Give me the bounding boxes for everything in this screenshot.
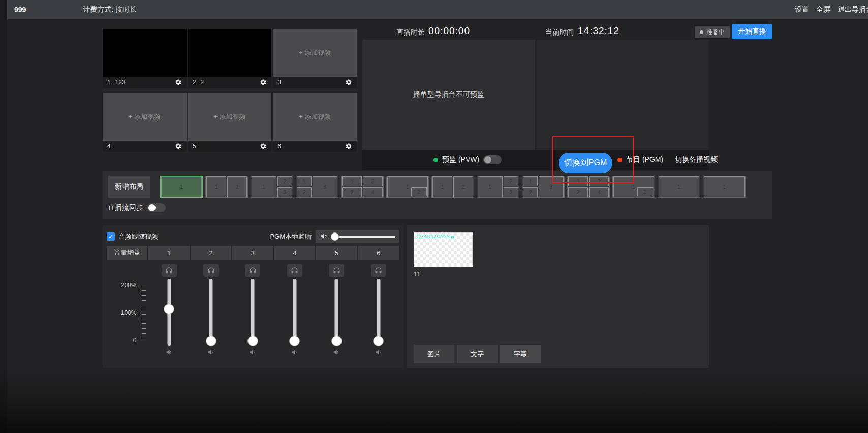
layout-thumb-1-selected[interactable]: 1 <box>160 176 203 198</box>
pvw-dot-icon <box>433 158 438 162</box>
layout-thumb-cell: 1 <box>161 176 202 197</box>
slot-number: 6 <box>277 143 281 150</box>
topbar-menu: 设置全屏退出导播台 <box>795 5 868 14</box>
live-duration-value: 00:00:00 <box>428 25 470 37</box>
fader-track[interactable] <box>335 279 338 346</box>
layout-thumb-13[interactable]: 1 <box>703 176 746 198</box>
mixer-channel-2 <box>191 261 231 361</box>
gear-icon[interactable] <box>175 143 182 150</box>
fader-handle[interactable] <box>206 336 216 346</box>
audio-follow-checkbox[interactable]: ✓ <box>107 232 115 241</box>
channel-header-1: 1 <box>148 246 189 260</box>
stream-sync-label: 直播流同步 <box>108 203 143 212</box>
layout-thumb-cell: 1 <box>523 176 538 186</box>
layout-thumb-12[interactable]: 1 <box>658 176 700 198</box>
layout-thumb-5[interactable]: 1324 <box>341 176 384 198</box>
fader-track[interactable] <box>209 279 213 346</box>
speaker-icon[interactable] <box>249 348 257 358</box>
layout-thumb-cell: 4 <box>363 187 383 197</box>
add-video-button[interactable]: + 添加视频 <box>188 93 272 141</box>
stream-sync-row: 直播流同步 <box>108 203 767 212</box>
topbar-link-settings[interactable]: 设置 <box>795 5 809 14</box>
material-tab-subtitle[interactable]: 字幕 <box>500 345 541 363</box>
layout-thumb-cell: 4 <box>589 187 609 197</box>
add-video-button[interactable]: + 添加视频 <box>273 93 357 141</box>
add-video-label: + 添加视频 <box>213 112 245 121</box>
headphone-icon-button[interactable] <box>162 264 177 277</box>
speaker-icon[interactable] <box>207 348 215 358</box>
layout-thumb-cell: 1 <box>659 176 699 197</box>
channel-header-2: 2 <box>191 246 231 260</box>
video-slot-bar: 3 <box>273 77 357 88</box>
gear-icon[interactable] <box>345 143 352 150</box>
fader-handle[interactable] <box>331 336 342 346</box>
layout-thumb-2[interactable]: 12 <box>205 176 248 198</box>
topbar-link-exit[interactable]: 退出导播台 <box>838 5 868 14</box>
speaker-icon[interactable] <box>291 348 299 358</box>
speaker-icon[interactable] <box>165 348 173 358</box>
mute-speaker-icon[interactable] <box>319 231 328 242</box>
fader-track[interactable] <box>293 279 296 346</box>
fader-handle[interactable] <box>247 336 258 346</box>
speaker-icon[interactable] <box>375 348 383 358</box>
pvw-label: 预监 (PVW) <box>442 155 479 164</box>
gear-icon[interactable] <box>260 143 267 150</box>
layout-thumb-cell: 2 <box>342 187 362 197</box>
switch-backup-link[interactable]: 切换备播视频 <box>675 155 718 164</box>
fader-handle[interactable] <box>164 304 174 314</box>
gear-icon[interactable] <box>260 79 267 86</box>
add-video-button[interactable]: + 添加视频 <box>273 29 357 77</box>
fader-handle[interactable] <box>289 336 300 346</box>
add-video-label: + 添加视频 <box>299 48 331 57</box>
speaker-icon[interactable] <box>332 348 340 358</box>
headphone-icon-button[interactable] <box>329 264 344 277</box>
layout-row: 新增布局 1121231231324121212312313241211 <box>108 176 767 198</box>
layout-thumb-4[interactable]: 123 <box>296 176 338 198</box>
material-tab-image[interactable]: 图片 <box>414 345 454 363</box>
layout-thumb-10[interactable]: 1324 <box>567 176 610 198</box>
fader-track[interactable] <box>167 279 171 346</box>
left-edge-strip <box>0 0 7 433</box>
fader-track[interactable] <box>251 279 255 346</box>
gear-icon[interactable] <box>345 79 352 86</box>
material-overlay-text: 1233211234567qwe <box>416 235 455 239</box>
video-slot-bar: 6 <box>273 141 357 152</box>
stream-sync-toggle[interactable] <box>147 203 166 212</box>
monitor-volume-slider[interactable] <box>332 236 395 238</box>
monitor-volume-handle[interactable] <box>331 232 339 241</box>
fader-handle[interactable] <box>373 336 384 346</box>
headphone-icon-button[interactable] <box>371 264 386 277</box>
layout-thumb-7[interactable]: 12 <box>431 176 474 198</box>
fader-track[interactable] <box>377 279 380 346</box>
layout-thumb-cell: 1 <box>704 176 745 197</box>
topbar-link-fullscreen[interactable]: 全屏 <box>816 5 830 14</box>
headphone-icon-button[interactable] <box>245 264 260 277</box>
layout-thumb-6[interactable]: 12 <box>386 176 429 198</box>
video-slot-bar: 22 <box>188 77 272 88</box>
layout-thumb-3[interactable]: 123 <box>251 176 293 198</box>
add-video-button[interactable]: + 添加视频 <box>103 93 187 141</box>
layout-thumb-11[interactable]: 12 <box>612 176 655 198</box>
headphone-icon-button[interactable] <box>203 264 219 277</box>
video-slot-5: + 添加视频5 <box>188 93 272 152</box>
pvw-monitor-toggle[interactable] <box>483 155 502 164</box>
headphone-icon-button[interactable] <box>287 264 302 277</box>
material-tab-text[interactable]: 文字 <box>457 345 498 363</box>
video-view <box>188 29 272 77</box>
start-live-button[interactable]: 开始直播 <box>732 24 772 39</box>
scale-label-200: 200% <box>121 282 137 289</box>
layout-thumb-8[interactable]: 123 <box>477 176 519 198</box>
switch-to-pgm-button[interactable]: 切换到PGM <box>559 153 612 173</box>
layout-thumb-9[interactable]: 123 <box>522 176 565 198</box>
mixer-channel-1 <box>148 261 189 361</box>
mixer-channel-4 <box>274 261 315 361</box>
mixer-channel-5 <box>316 261 357 361</box>
video-slot-6: + 添加视频6 <box>273 93 357 152</box>
add-layout-button[interactable]: 新增布局 <box>108 176 150 198</box>
gear-icon[interactable] <box>175 79 182 86</box>
video-source-grid: 112322+ 添加视频3+ 添加视频4+ 添加视频5+ 添加视频6 <box>103 29 357 152</box>
audio-follow-group: ✓ 音频跟随视频 <box>107 232 158 241</box>
material-thumbnail[interactable]: 1233211234567qwe <box>414 232 473 267</box>
layout-thumb-cell: 3 <box>313 176 337 197</box>
layout-thumb-cell: 3 <box>277 187 293 197</box>
